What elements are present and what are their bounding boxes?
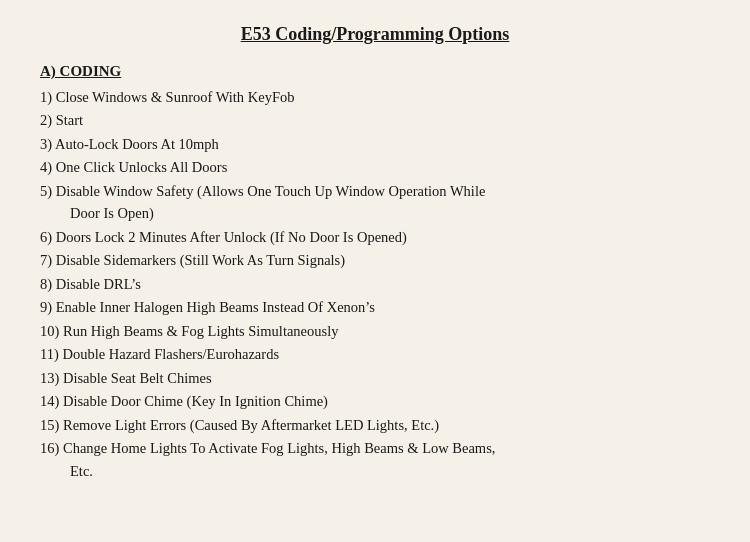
coding-items-list: 1) Close Windows & Sunroof With KeyFob2)… [40,86,710,482]
list-item: 13) Disable Seat Belt Chimes [40,367,710,389]
list-item: 15) Remove Light Errors (Caused By After… [40,414,710,436]
list-item: 4) One Click Unlocks All Doors [40,156,710,178]
list-item: 6) Doors Lock 2 Minutes After Unlock (If… [40,226,710,248]
section-a-label: A) CODING [40,63,710,80]
list-item: 8) Disable DRL’s [40,273,710,295]
list-item: 11) Double Hazard Flashers/Eurohazards [40,343,710,365]
list-item: 16) Change Home Lights To Activate Fog L… [40,437,710,482]
page-title: E53 Coding/Programming Options [40,24,710,45]
list-item: 3) Auto-Lock Doors At 10mph [40,133,710,155]
list-item: 9) Enable Inner Halogen High Beams Inste… [40,296,710,318]
list-item: 14) Disable Door Chime (Key In Ignition … [40,390,710,412]
list-item: 2) Start [40,109,710,131]
list-item: 7) Disable Sidemarkers (Still Work As Tu… [40,249,710,271]
page-container: E53 Coding/Programming Options A) CODING… [0,0,750,542]
list-item: 10) Run High Beams & Fog Lights Simultan… [40,320,710,342]
list-item: 5) Disable Window Safety (Allows One Tou… [40,180,710,225]
list-item: 1) Close Windows & Sunroof With KeyFob [40,86,710,108]
section-a: A) CODING 1) Close Windows & Sunroof Wit… [40,63,710,482]
